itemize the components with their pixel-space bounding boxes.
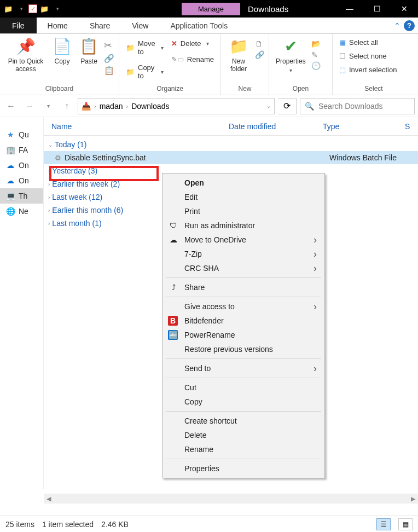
context-menu-powerrename[interactable]: 🔤PowerRename: [162, 328, 324, 342]
open-icon[interactable]: 📂: [311, 39, 321, 48]
context-menu-create-shortcut[interactable]: Create shortcut: [162, 414, 324, 428]
minimize-button[interactable]: —: [336, 0, 363, 18]
forward-button[interactable]: →: [22, 99, 37, 114]
tab-application-tools[interactable]: Application Tools: [159, 18, 239, 33]
tab-view[interactable]: View: [121, 18, 159, 33]
select-none-button[interactable]: ☐Select none: [337, 51, 399, 61]
scroll-left-icon[interactable]: ◀: [44, 494, 54, 504]
context-menu-7-zip[interactable]: 7-Zip: [162, 247, 324, 261]
address-bar[interactable]: 📥 › madan › Downloads ⌄: [78, 98, 275, 114]
horizontal-scrollbar[interactable]: ◀ ▶: [44, 494, 418, 504]
address-dropdown-icon[interactable]: ⌄: [266, 103, 271, 109]
column-type[interactable]: Type: [315, 122, 397, 131]
context-menu-send-to[interactable]: Send to: [162, 361, 324, 375]
move-to-button[interactable]: 📁Move to: [124, 38, 166, 57]
scroll-right-icon[interactable]: ▶: [408, 494, 418, 504]
status-size: 2.46 KB: [101, 520, 129, 529]
properties-icon: ✔: [285, 37, 297, 55]
context-menu-share[interactable]: ⤴Share: [162, 280, 324, 294]
cut-icon[interactable]: ✂: [104, 39, 114, 51]
qat-newfolder-icon[interactable]: 📁: [38, 3, 50, 15]
details-view-button[interactable]: ☰: [376, 518, 391, 530]
context-menu-print[interactable]: Print: [162, 204, 324, 218]
ribbon-collapse-icon[interactable]: ⌃: [394, 21, 400, 30]
new-item-icon[interactable]: 🗋: [255, 39, 264, 48]
easy-access-icon[interactable]: 🔗: [255, 50, 264, 59]
qat-file-icon[interactable]: 📁: [2, 3, 14, 15]
context-menu-open[interactable]: Open: [162, 176, 324, 190]
context-menu-cut[interactable]: Cut: [162, 380, 324, 395]
context-menu-move-to-onedrive[interactable]: ☁Move to OneDrive: [162, 233, 324, 247]
close-button[interactable]: ✕: [391, 0, 418, 18]
select-all-button[interactable]: ▦Select all: [337, 37, 399, 48]
chevron-right-icon[interactable]: ›: [94, 103, 96, 109]
new-folder-button[interactable]: 📁 New folder: [225, 36, 252, 74]
up-button[interactable]: ↑: [59, 99, 74, 114]
qat-properties-icon[interactable]: ✓: [28, 4, 37, 13]
nav-item-1[interactable]: 🏢FA: [0, 142, 43, 158]
chevron-right-icon: ›: [48, 181, 50, 187]
tab-home[interactable]: Home: [37, 18, 79, 33]
nav-item-3[interactable]: ☁On: [0, 173, 43, 188]
edit-icon[interactable]: ✎: [311, 50, 321, 59]
qat-dropdown-icon[interactable]: ▾: [15, 3, 27, 15]
chevron-right-icon: ›: [48, 207, 50, 213]
tab-file[interactable]: File: [0, 18, 37, 33]
copy-to-button[interactable]: 📁Copy to: [124, 62, 166, 81]
search-icon: 🔍: [305, 102, 314, 111]
refresh-button[interactable]: ⟳: [278, 98, 297, 114]
context-menu: OpenEditPrint🛡Run as administrator☁Move …: [162, 173, 325, 478]
context-menu-give-access-to[interactable]: Give access to: [162, 299, 324, 314]
rename-icon: ✎▭: [171, 55, 184, 63]
context-menu-edit[interactable]: Edit: [162, 190, 324, 204]
invert-selection-icon: ⬚: [339, 66, 346, 74]
nav-item-5[interactable]: 🌐Ne: [0, 204, 43, 219]
tab-share[interactable]: Share: [79, 18, 121, 33]
column-name[interactable]: Name: [44, 122, 221, 131]
context-menu-rename[interactable]: Rename: [162, 442, 324, 456]
recent-locations-button[interactable]: ▾: [40, 99, 56, 114]
pin-icon: 📌: [16, 37, 36, 55]
copy-button[interactable]: 📄 Copy: [50, 36, 74, 66]
context-menu-delete[interactable]: Delete: [162, 428, 324, 442]
context-menu-properties[interactable]: Properties: [162, 461, 324, 476]
chevron-right-icon: ›: [48, 168, 50, 174]
copy-path-icon[interactable]: 🔗: [104, 54, 114, 63]
file-row-selected[interactable]: ⚙ Disable SettingSync.bat Windows Batch …: [44, 151, 418, 164]
back-button[interactable]: ←: [3, 99, 19, 114]
column-size[interactable]: S: [397, 122, 417, 131]
help-icon[interactable]: ?: [404, 20, 415, 31]
new-folder-icon: 📁: [229, 37, 248, 55]
nav-item-2[interactable]: ☁On: [0, 158, 43, 173]
paste-shortcut-icon[interactable]: 📋: [104, 66, 114, 76]
pin-to-quick-access-button[interactable]: 📌 Pin to Quick access: [4, 36, 47, 74]
search-box[interactable]: 🔍 Search Downloads: [300, 98, 415, 114]
context-menu-crc-sha[interactable]: CRC SHA: [162, 261, 324, 275]
maximize-button[interactable]: ☐: [363, 0, 391, 18]
nav-item-4[interactable]: 💻Th: [0, 188, 43, 204]
context-menu-restore-previous-versions[interactable]: Restore previous versions: [162, 342, 324, 356]
breadcrumb-user[interactable]: madan: [100, 102, 123, 111]
paste-button[interactable]: 📋 Paste: [77, 36, 101, 66]
context-menu-copy[interactable]: Copy: [162, 395, 324, 409]
contextual-tab-manage[interactable]: Manage: [182, 3, 240, 15]
column-date[interactable]: Date modified: [221, 122, 315, 131]
navigation-pane[interactable]: ★Qu🏢FA☁On☁On💻Th🌐Ne: [0, 117, 44, 489]
nav-item-0[interactable]: ★Qu: [0, 127, 43, 142]
context-menu-run-as-administrator[interactable]: 🛡Run as administrator: [162, 218, 324, 233]
downloads-folder-icon: 📥: [82, 102, 91, 111]
group-select-label: Select: [337, 84, 410, 94]
properties-button[interactable]: ✔ Properties ▾: [274, 36, 308, 74]
chevron-right-icon[interactable]: ›: [126, 103, 128, 109]
rename-button[interactable]: ✎▭Rename: [169, 54, 216, 65]
breadcrumb-downloads[interactable]: Downloads: [131, 102, 169, 111]
move-to-icon: 📁: [126, 44, 135, 52]
group-today[interactable]: ⌄Today (1): [44, 138, 418, 151]
delete-button[interactable]: ✕Delete: [169, 38, 216, 49]
chevron-right-icon: ›: [48, 194, 50, 200]
invert-selection-button[interactable]: ⬚Invert selection: [337, 65, 399, 75]
context-menu-bitdefender[interactable]: BBitdefender: [162, 314, 324, 328]
group-clipboard-label: Clipboard: [4, 84, 114, 94]
history-icon[interactable]: 🕘: [311, 61, 321, 70]
large-icons-view-button[interactable]: ▦: [398, 518, 413, 530]
